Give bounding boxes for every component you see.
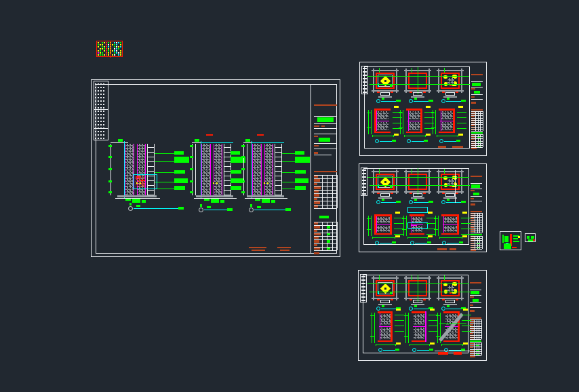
- detail-circle-marker: [441, 99, 445, 103]
- finish-line: [261, 144, 262, 195]
- marker-text: [414, 199, 417, 201]
- title-green-entry: [319, 216, 329, 218]
- dim-tick: [108, 191, 112, 193]
- legend-cell: [120, 42, 121, 43]
- legend-cell: [120, 52, 121, 54]
- frame-line: [437, 70, 464, 71]
- model-space-canvas[interactable]: [0, 0, 579, 392]
- detail-circle-marker: [409, 99, 413, 103]
- detail-sheet-top[interactable]: [359, 62, 487, 156]
- table-text-mark: [471, 218, 474, 218]
- legend-cell: [102, 42, 103, 43]
- fastener-dot: [264, 182, 265, 184]
- marker-text: [461, 100, 466, 102]
- hatch-panel: [414, 328, 424, 339]
- leader-line: [394, 223, 403, 224]
- leader-line: [457, 128, 466, 129]
- table-text-mark: [470, 352, 474, 353]
- dim-tick: [439, 237, 440, 239]
- table-line: [474, 319, 475, 339]
- arrow-mark: [426, 134, 431, 136]
- legend-table-block[interactable]: [96, 41, 123, 57]
- arrow-mark: [462, 235, 467, 237]
- leader-line: [444, 275, 445, 280]
- leader-line: [367, 283, 404, 284]
- legend-cell: [106, 54, 107, 56]
- marker-text: [382, 305, 384, 307]
- leader-label: [231, 151, 240, 155]
- base-step: [445, 92, 455, 96]
- title-rule: [471, 183, 482, 184]
- table-text-mark: [471, 214, 475, 214]
- sheet-note-mark: [438, 146, 446, 148]
- strip-glyphs: [103, 82, 104, 139]
- table-text-mark: [314, 244, 317, 246]
- dim-line: [403, 110, 403, 134]
- table-text-mark: [314, 237, 319, 239]
- legend-cell: [108, 44, 109, 45]
- table-text-mark: [471, 116, 475, 117]
- marker-tail: [254, 210, 285, 210]
- title-rule: [471, 196, 482, 197]
- title-rule: [470, 307, 481, 308]
- title-rule: [470, 295, 481, 296]
- table-text-mark: [471, 239, 475, 239]
- dim-tick: [458, 135, 458, 137]
- legend-cell: [108, 48, 109, 50]
- mini-detail-left[interactable]: [500, 231, 521, 250]
- marker-tail: [134, 208, 178, 209]
- dim-line: [439, 237, 462, 238]
- title-green-entry: [471, 234, 482, 235]
- base-mark: [411, 304, 424, 305]
- inlay-dot: [384, 288, 386, 290]
- frame-line: [437, 277, 464, 279]
- title-text-mark: [471, 74, 483, 75]
- legend-cell: [106, 48, 107, 50]
- finish-line: [380, 313, 380, 340]
- dim-line: [374, 313, 375, 343]
- legend-cell: [118, 42, 119, 43]
- table-text-mark: [470, 338, 474, 338]
- arrow-mark: [394, 134, 399, 136]
- strip-glyphs: [98, 82, 99, 139]
- leader-line: [402, 185, 437, 186]
- detail-sheet-middle[interactable]: [359, 163, 487, 252]
- table-text-mark: [314, 187, 321, 189]
- detail-circle-marker: [376, 307, 380, 311]
- dim-line: [371, 110, 372, 134]
- table-text-mark: [470, 333, 473, 334]
- table-line: [479, 213, 480, 233]
- wall-sections-sheet[interactable]: [91, 79, 340, 257]
- title-green-entry: [319, 138, 330, 142]
- arrow-mark: [430, 309, 435, 311]
- mini-detail-right[interactable]: [525, 233, 536, 242]
- table-text-mark: [471, 125, 475, 125]
- finish-line: [376, 224, 391, 225]
- title-rule: [314, 143, 337, 144]
- detail-sheet-bottom[interactable]: [358, 270, 487, 361]
- leader-line: [155, 189, 174, 189]
- dim-line: [433, 110, 433, 134]
- leader-line: [379, 275, 380, 280]
- dim-tick: [108, 156, 112, 158]
- mini-mark: [528, 239, 533, 241]
- table-line: [314, 250, 337, 251]
- table-green-mark: [477, 146, 481, 146]
- marker-text: [257, 206, 261, 208]
- finish-line: [376, 121, 389, 121]
- frame-line: [428, 170, 430, 194]
- title-green-entry: [473, 193, 479, 195]
- sheet-note-mark: [280, 250, 290, 251]
- table-text-mark: [314, 248, 320, 250]
- base-mark: [220, 200, 224, 203]
- leader-line: [462, 315, 471, 315]
- legend-cell: [118, 52, 119, 54]
- dim-tick: [402, 229, 406, 230]
- section-cut-line: [201, 142, 233, 143]
- detail-circle-marker: [412, 348, 416, 352]
- dim-line: [437, 313, 438, 343]
- sheet-note-mark: [454, 352, 462, 355]
- dim-tick: [372, 237, 373, 239]
- hatch-panel: [408, 122, 420, 130]
- legend-cell: [102, 46, 103, 47]
